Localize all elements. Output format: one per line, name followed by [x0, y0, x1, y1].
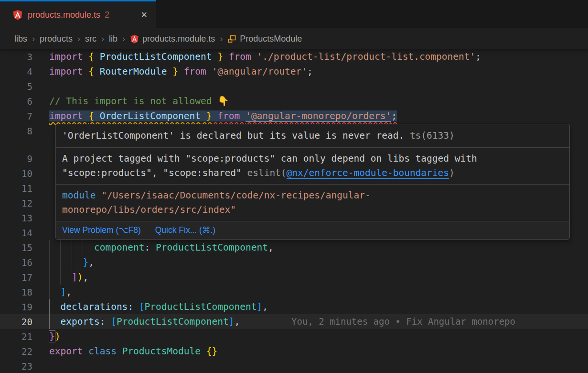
line-number[interactable]: 23: [0, 361, 49, 372]
code-line-22[interactable]: 22export class ProductsModule {}: [0, 344, 588, 359]
code-token: [: [139, 301, 145, 312]
code-token: exports: [60, 316, 99, 327]
code-line-18[interactable]: 18 ],: [0, 285, 588, 299]
breadcrumb-separator: ›: [101, 34, 104, 44]
code-token: ;: [391, 110, 397, 121]
code-line-19[interactable]: 19 declarations: [ProductListComponent],: [0, 299, 588, 314]
breadcrumb-item-products-module-ts[interactable]: products.module.ts: [130, 34, 215, 44]
code-editor[interactable]: 3import { ProductListComponent } from '.…: [0, 49, 588, 373]
code-line-4[interactable]: 4import { RouterModule } from '@angular/…: [0, 64, 588, 79]
line-number[interactable]: 9: [0, 154, 49, 164]
code-token: from: [178, 66, 212, 77]
code-token: ,: [83, 272, 88, 283]
line-number[interactable]: 17: [0, 272, 49, 283]
code-line-7[interactable]: 7import { OrderListComponent } from '@an…: [0, 109, 588, 123]
line-number[interactable]: 7: [0, 111, 49, 121]
code-token: '@angular/router': [212, 66, 308, 77]
code-token: [49, 257, 83, 268]
vscode-window: products.module.ts 2 × libs›products›src…: [0, 0, 588, 373]
breadcrumb-separator: ›: [122, 34, 125, 44]
code-token: ProductsModule: [122, 346, 201, 357]
code-token: ,: [262, 301, 268, 312]
code-token: ,: [234, 316, 240, 327]
line-number[interactable]: 4: [0, 66, 49, 77]
indent-guide: [49, 255, 50, 270]
code-token: export: [49, 346, 88, 357]
line-number[interactable]: 18: [0, 287, 49, 297]
code-line-17[interactable]: 17 ]),: [0, 270, 588, 285]
error-squiggle: '@angular-monorepo/orders': [246, 110, 391, 122]
line-number[interactable]: 20: [0, 317, 49, 327]
code-line-5[interactable]: 5: [0, 79, 588, 94]
code-line-16[interactable]: 16 },: [0, 255, 588, 270]
view-problem-action[interactable]: View Problem (⌥F8): [62, 225, 141, 235]
line-number[interactable]: 8: [0, 126, 49, 136]
code-token: from: [212, 110, 245, 121]
line-number[interactable]: 5: [0, 81, 49, 92]
code-token: [201, 346, 206, 357]
indent-guide: [49, 240, 50, 255]
line-number[interactable]: 15: [0, 242, 49, 253]
problem-hover-popup: 'OrderListComponent' is declared but its…: [55, 124, 570, 240]
code-token: :: [100, 316, 111, 327]
indent-guide: [49, 299, 50, 314]
code-line-content: export class ProductsModule {}: [49, 344, 588, 359]
code-line-21[interactable]: 21}): [0, 329, 588, 344]
line-number[interactable]: 11: [0, 183, 49, 194]
indent-guide: [72, 240, 72, 255]
line-number[interactable]: 14: [0, 228, 49, 238]
code-token: ProductListComponent: [100, 51, 212, 62]
error-squiggle: OrderListComponent: [100, 110, 201, 121]
code-line-content: import { RouterModule } from '@angular/r…: [49, 64, 588, 79]
line-number[interactable]: 12: [0, 198, 49, 208]
line-number[interactable]: 19: [0, 302, 49, 312]
line-number[interactable]: 16: [0, 257, 49, 268]
breadcrumb-item-productsmodule[interactable]: ProductsModule: [227, 34, 302, 44]
breadcrumb-item-products[interactable]: products: [40, 34, 73, 44]
tab-products-module[interactable]: products.module.ts 2 ×: [0, 0, 156, 28]
breadcrumb-item-lib[interactable]: lib: [109, 34, 118, 44]
eslint-rule-link[interactable]: @nx/enforce-module-boundaries: [287, 167, 449, 179]
code-token: './product-list/product-list.component': [257, 51, 475, 62]
line-number[interactable]: 21: [0, 331, 49, 342]
breadcrumb-label: libs: [14, 34, 27, 44]
code-line-20[interactable]: 20You, 2 minutes ago • Fix Angular monor…: [0, 314, 588, 329]
line-number[interactable]: 3: [0, 52, 49, 62]
code-token: import: [49, 110, 88, 121]
code-token: {: [88, 51, 99, 62]
code-token: {: [88, 66, 99, 77]
hover-text-line: A project tagged with "scope:products" c…: [62, 152, 563, 166]
code-line-content: ]),: [49, 270, 588, 285]
line-number[interactable]: 22: [0, 346, 49, 357]
code-token: }: [167, 66, 178, 77]
line-number[interactable]: 10: [0, 168, 49, 179]
angular-icon: [130, 34, 139, 44]
breadcrumb-item-src[interactable]: src: [85, 34, 96, 44]
indent-guide: [60, 270, 61, 285]
code-line-content: // This import is not allowed 👇: [49, 94, 588, 109]
code-line-23[interactable]: 23: [0, 359, 588, 373]
indent-guide: [49, 314, 50, 329]
code-token: ]: [257, 301, 262, 312]
code-token: [: [111, 316, 117, 327]
breadcrumb-label: lib: [109, 34, 118, 44]
code-token: ProductListComponent: [145, 301, 257, 312]
code-token: }: [83, 257, 88, 268]
line-number[interactable]: 13: [0, 213, 49, 223]
breadcrumb-item-libs[interactable]: libs: [14, 34, 27, 44]
code-line-3[interactable]: 3import { ProductListComponent } from '.…: [0, 49, 588, 64]
code-line-15[interactable]: 15 component: ProductListComponent,: [0, 240, 588, 255]
breadcrumb-separator: ›: [220, 34, 223, 44]
quick-fix-action[interactable]: Quick Fix... (⌘.): [155, 225, 215, 235]
close-icon[interactable]: ×: [139, 9, 149, 21]
code-token: }: [212, 51, 223, 62]
code-token: [49, 301, 60, 312]
code-line-content: ],: [49, 285, 588, 299]
code-token: ;: [307, 66, 313, 77]
code-token: }: [49, 331, 55, 342]
line-number[interactable]: 6: [0, 96, 49, 107]
code-line-6[interactable]: 6// This import is not allowed 👇: [0, 94, 588, 109]
tab-title: products.module.ts: [28, 10, 100, 20]
code-token: ;: [475, 51, 481, 62]
code-token: ProductListComponent: [156, 242, 268, 253]
